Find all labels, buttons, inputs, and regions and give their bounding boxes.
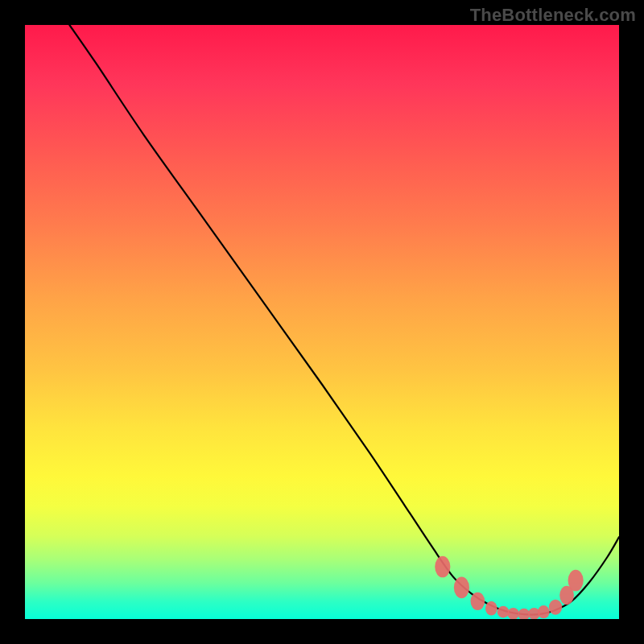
watermark-text: TheBottleneck.com <box>470 5 636 26</box>
bead <box>518 609 530 619</box>
bead <box>485 601 497 616</box>
bead-group <box>435 556 584 619</box>
bottleneck-curve <box>69 25 619 615</box>
bead <box>549 600 562 615</box>
bead <box>568 570 584 592</box>
bead <box>435 556 450 578</box>
bead <box>454 577 469 599</box>
bead <box>507 608 519 619</box>
bead <box>471 592 485 610</box>
chart-frame: TheBottleneck.com <box>0 0 644 644</box>
bead <box>497 606 510 618</box>
chart-overlay <box>25 25 619 619</box>
bead <box>538 605 550 618</box>
